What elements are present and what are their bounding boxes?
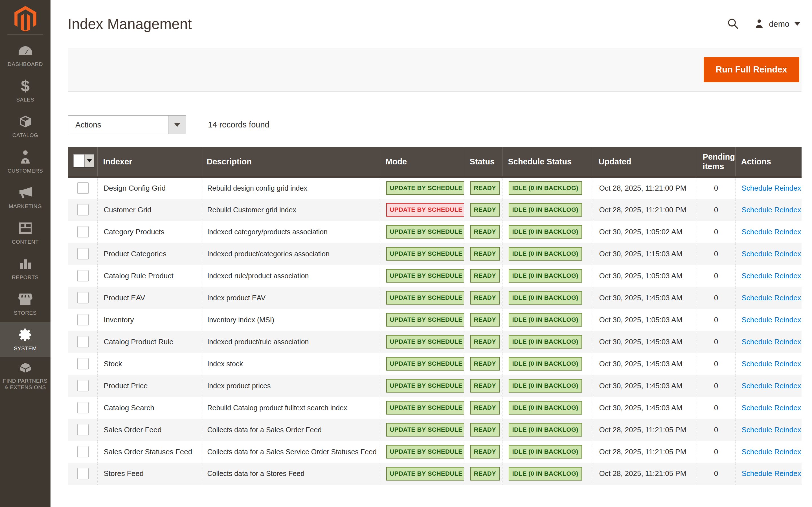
column-header-actions: Actions bbox=[735, 147, 802, 177]
user-menu[interactable]: demo bbox=[754, 18, 800, 30]
sidebar-item-label: FIND PARTNERS & EXTENSIONS bbox=[2, 378, 49, 391]
magento-logo[interactable] bbox=[0, 0, 51, 33]
row-checkbox[interactable] bbox=[77, 402, 89, 413]
schedule-reindex-link[interactable]: Schedule Reindex bbox=[742, 293, 801, 302]
row-checkbox[interactable] bbox=[77, 182, 89, 194]
column-header-schedule-status: Schedule Status bbox=[502, 147, 593, 177]
table-row: Product Categories Indexed product/categ… bbox=[68, 243, 802, 265]
mode-badge: UPDATE BY SCHEDULE bbox=[386, 357, 464, 371]
run-full-reindex-button[interactable]: Run Full Reindex bbox=[704, 57, 799, 82]
schedule-reindex-link[interactable]: Schedule Reindex bbox=[742, 448, 801, 456]
mode-badge: UPDATE BY SCHEDULE bbox=[386, 291, 464, 304]
mode-badge: UPDATE BY SCHEDULE bbox=[386, 467, 464, 481]
row-checkbox[interactable] bbox=[77, 292, 89, 303]
reports-chart-icon bbox=[19, 256, 32, 271]
indexer-description: Indexed category/products association bbox=[201, 221, 380, 243]
pending-items-count: 0 bbox=[697, 441, 735, 463]
mode-badge: UPDATE BY SCHEDULE bbox=[386, 225, 464, 238]
schedule-reindex-link[interactable]: Schedule Reindex bbox=[742, 316, 801, 324]
system-gear-icon bbox=[18, 327, 33, 342]
status-badge: READY bbox=[470, 203, 500, 217]
column-header-status: Status bbox=[464, 147, 502, 177]
select-all-box[interactable] bbox=[74, 155, 85, 167]
indexer-name: Product EAV bbox=[97, 287, 201, 309]
indexer-description: Collects data for a Sales Order Feed bbox=[201, 419, 380, 441]
index-table-body: Design Config Grid Rebuild design config… bbox=[68, 177, 802, 485]
updated-timestamp: Oct 30, 2025, 1:45:03 AM bbox=[593, 397, 697, 419]
mass-actions-select[interactable]: Actions bbox=[68, 115, 186, 134]
schedule-reindex-link[interactable]: Schedule Reindex bbox=[742, 272, 801, 280]
schedule-reindex-link[interactable]: Schedule Reindex bbox=[742, 228, 801, 236]
select-all-caret-button[interactable] bbox=[85, 155, 94, 167]
sidebar-item-reports[interactable]: REPORTS bbox=[0, 251, 51, 286]
main-area: Index Management demo Run Full Reindex A… bbox=[51, 0, 812, 507]
mode-badge: UPDATE BY SCHEDULE bbox=[386, 445, 464, 458]
row-checkbox[interactable] bbox=[77, 314, 89, 325]
sidebar-item-catalog[interactable]: CATALOG bbox=[0, 109, 51, 144]
mass-actions-caret-button[interactable] bbox=[168, 116, 186, 134]
table-row: Sales Order Feed Collects data for a Sal… bbox=[68, 419, 802, 441]
row-checkbox[interactable] bbox=[77, 468, 89, 480]
mode-badge: UPDATE BY SCHEDULE bbox=[386, 247, 464, 261]
updated-timestamp: Oct 28, 2025, 11:21:05 PM bbox=[593, 419, 697, 441]
sales-dollar-icon: $ bbox=[21, 79, 30, 93]
schedule-reindex-link[interactable]: Schedule Reindex bbox=[742, 469, 801, 478]
status-badge: READY bbox=[470, 401, 500, 414]
table-row: Design Config Grid Rebuild design config… bbox=[68, 177, 802, 199]
indexer-description: Indexed product/rule association bbox=[201, 331, 380, 353]
indexer-name: Design Config Grid bbox=[97, 177, 201, 199]
schedule-reindex-link[interactable]: Schedule Reindex bbox=[742, 206, 801, 214]
sidebar-item-stores[interactable]: STORES bbox=[0, 286, 51, 322]
mode-badge: UPDATE BY SCHEDULE bbox=[386, 269, 464, 283]
sidebar-item-label: SYSTEM bbox=[14, 345, 37, 352]
sidebar-item-system[interactable]: SYSTEM bbox=[0, 322, 51, 357]
page-title: Index Management bbox=[68, 16, 192, 33]
chevron-down-icon bbox=[174, 123, 180, 127]
row-checkbox[interactable] bbox=[77, 336, 89, 347]
user-name: demo bbox=[769, 19, 790, 29]
select-all-checkbox[interactable] bbox=[73, 154, 94, 167]
schedule-reindex-link[interactable]: Schedule Reindex bbox=[742, 359, 801, 368]
indexer-description: Inventory index (MSI) bbox=[201, 309, 380, 331]
schedule-reindex-link[interactable]: Schedule Reindex bbox=[742, 249, 801, 258]
indexer-description: Collects data for a Sales Service Order … bbox=[201, 441, 380, 463]
row-checkbox[interactable] bbox=[77, 380, 89, 391]
row-checkbox[interactable] bbox=[77, 226, 89, 237]
sidebar-item-sales[interactable]: $SALES bbox=[0, 73, 51, 109]
pending-items-count: 0 bbox=[697, 309, 735, 331]
row-checkbox[interactable] bbox=[77, 204, 89, 215]
sidebar-item-find-partners-extensions[interactable]: FIND PARTNERS & EXTENSIONS bbox=[0, 357, 51, 393]
dashboard-icon bbox=[18, 43, 33, 58]
search-icon[interactable] bbox=[726, 17, 739, 31]
row-checkbox[interactable] bbox=[77, 424, 89, 435]
table-row: Stock Index stock UPDATE BY SCHEDULE REA… bbox=[68, 353, 802, 375]
row-checkbox[interactable] bbox=[77, 270, 89, 281]
schedule-status-badge: IDLE (0 IN BACKLOG) bbox=[509, 247, 582, 261]
pending-items-count: 0 bbox=[697, 463, 735, 485]
sidebar-item-label: DASHBOARD bbox=[8, 61, 43, 67]
updated-timestamp: Oct 30, 2025, 1:05:02 AM bbox=[593, 221, 697, 243]
indexer-name: Inventory bbox=[97, 309, 201, 331]
sidebar-nav: DASHBOARD$SALESCATALOGCUSTOMERSMARKETING… bbox=[0, 38, 51, 393]
sidebar-item-content[interactable]: CONTENT bbox=[0, 215, 51, 251]
schedule-reindex-link[interactable]: Schedule Reindex bbox=[742, 338, 801, 346]
schedule-reindex-link[interactable]: Schedule Reindex bbox=[742, 403, 801, 412]
sidebar-item-dashboard[interactable]: DASHBOARD bbox=[0, 38, 51, 73]
row-checkbox[interactable] bbox=[77, 358, 89, 370]
stores-storefront-icon bbox=[18, 292, 33, 306]
schedule-reindex-link[interactable]: Schedule Reindex bbox=[742, 382, 801, 390]
mode-badge: UPDATE BY SCHEDULE bbox=[386, 181, 464, 195]
indexer-name: Sales Order Feed bbox=[97, 419, 201, 441]
row-checkbox[interactable] bbox=[77, 248, 89, 260]
column-header-updated: Updated bbox=[593, 147, 697, 177]
extensions-brick-icon bbox=[18, 360, 33, 375]
status-badge: READY bbox=[470, 291, 500, 304]
magento-logo-icon bbox=[13, 6, 38, 31]
row-checkbox[interactable] bbox=[77, 446, 89, 457]
schedule-reindex-link[interactable]: Schedule Reindex bbox=[742, 426, 801, 434]
sidebar-item-marketing[interactable]: MARKETING bbox=[0, 180, 51, 215]
schedule-reindex-link[interactable]: Schedule Reindex bbox=[742, 184, 801, 192]
sidebar-item-customers[interactable]: CUSTOMERS bbox=[0, 144, 51, 180]
indexer-description: Indexed product/categories association bbox=[201, 243, 380, 265]
indexer-name: Sales Order Statuses Feed bbox=[97, 441, 201, 463]
